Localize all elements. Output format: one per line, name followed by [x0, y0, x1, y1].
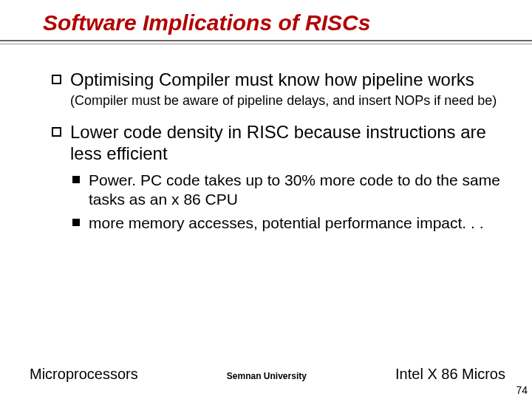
page-number: 74 — [516, 384, 528, 396]
filled-square-icon — [72, 176, 80, 183]
footer-left: Microprocessors — [30, 366, 138, 383]
bullet-text: Optimising Compiler must know how pipeli… — [70, 69, 474, 91]
sub-bullet-text: more memory accesses, potential performa… — [89, 214, 484, 233]
content-area: Optimising Compiler must know how pipeli… — [0, 44, 532, 233]
bullet-level-2: Power. PC code takes up to 30% more code… — [52, 171, 507, 210]
footer-center: Semnan University — [138, 371, 395, 381]
bullet-text: Lower code density in RISC because instr… — [70, 122, 507, 165]
slide: Software Implications of RISCs Optimisin… — [0, 0, 532, 399]
bullet-level-1: Optimising Compiler must know how pipeli… — [52, 69, 507, 91]
sub-bullet-text: Power. PC code takes up to 30% more code… — [89, 171, 507, 210]
hollow-square-icon — [52, 127, 61, 137]
bullet-level-1: Lower code density in RISC because instr… — [52, 122, 507, 165]
bullet-level-2: more memory accesses, potential performa… — [52, 214, 507, 233]
title-block: Software Implications of RISCs — [0, 0, 532, 40]
bullet-note: (Compiler must be aware of pipeline dela… — [70, 92, 507, 109]
footer: Microprocessors Semnan University Intel … — [0, 366, 532, 383]
filled-square-icon — [72, 219, 80, 226]
slide-title: Software Implications of RISCs — [43, 10, 532, 35]
hollow-square-icon — [52, 75, 61, 84]
footer-right: Intel X 86 Micros — [395, 366, 505, 383]
